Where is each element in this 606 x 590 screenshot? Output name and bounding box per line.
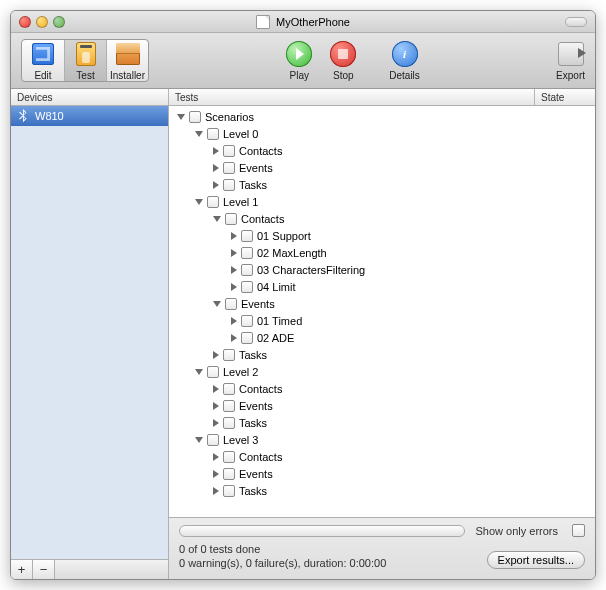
test-checkbox[interactable] xyxy=(207,434,219,446)
disclosure-triangle-icon[interactable] xyxy=(213,351,219,359)
test-checkbox[interactable] xyxy=(225,213,237,225)
tree-row[interactable]: Contacts xyxy=(173,448,591,465)
test-checkbox[interactable] xyxy=(241,281,253,293)
disclosure-triangle-icon[interactable] xyxy=(213,385,219,393)
tree-row[interactable]: Level 0 xyxy=(173,125,591,142)
edit-button[interactable]: Edit xyxy=(22,40,64,81)
state-column-header[interactable]: State xyxy=(535,89,595,105)
tree-row[interactable]: Tasks xyxy=(173,176,591,193)
test-checkbox[interactable] xyxy=(241,315,253,327)
test-checkbox[interactable] xyxy=(241,230,253,242)
device-name: W810 xyxy=(35,110,64,122)
test-checkbox[interactable] xyxy=(223,162,235,174)
app-window: MyOtherPhone Edit Test Installer Play xyxy=(10,10,596,580)
tree-row[interactable]: 02 MaxLength xyxy=(173,244,591,261)
title-bar: MyOtherPhone xyxy=(11,11,595,33)
test-checkbox[interactable] xyxy=(241,332,253,344)
show-only-errors-checkbox[interactable] xyxy=(572,524,585,537)
export-button[interactable]: Export xyxy=(556,40,585,81)
disclosure-triangle-icon[interactable] xyxy=(195,131,203,137)
window-title: MyOtherPhone xyxy=(276,16,350,28)
remove-device-button[interactable]: − xyxy=(33,560,55,579)
tree-row[interactable]: Level 3 xyxy=(173,431,591,448)
test-checkbox[interactable] xyxy=(223,179,235,191)
add-device-button[interactable]: + xyxy=(11,560,33,579)
test-checkbox[interactable] xyxy=(241,264,253,276)
disclosure-triangle-icon[interactable] xyxy=(213,164,219,172)
disclosure-triangle-icon[interactable] xyxy=(213,419,219,427)
device-row[interactable]: W810 xyxy=(11,106,168,126)
tree-row[interactable]: Level 1 xyxy=(173,193,591,210)
installer-button[interactable]: Installer xyxy=(106,40,148,81)
export-icon xyxy=(558,42,584,66)
tree-row[interactable]: Contacts xyxy=(173,142,591,159)
disclosure-triangle-icon[interactable] xyxy=(231,266,237,274)
disclosure-triangle-icon[interactable] xyxy=(195,199,203,205)
disclosure-triangle-icon[interactable] xyxy=(213,301,221,307)
disclosure-triangle-icon[interactable] xyxy=(195,369,203,375)
test-checkbox[interactable] xyxy=(223,451,235,463)
test-checkbox[interactable] xyxy=(207,128,219,140)
tree-row[interactable]: Events xyxy=(173,159,591,176)
test-checkbox[interactable] xyxy=(223,383,235,395)
test-checkbox[interactable] xyxy=(223,145,235,157)
export-results-button[interactable]: Export results... xyxy=(487,551,585,569)
close-button[interactable] xyxy=(19,16,31,28)
tests-tree[interactable]: ScenariosLevel 0ContactsEventsTasksLevel… xyxy=(169,106,595,517)
tree-label: 02 MaxLength xyxy=(257,247,327,259)
test-checkbox[interactable] xyxy=(241,247,253,259)
tree-row[interactable]: 02 ADE xyxy=(173,329,591,346)
test-button[interactable]: Test xyxy=(64,40,106,81)
tests-column-header[interactable]: Tests xyxy=(169,89,535,105)
tree-row[interactable]: 01 Timed xyxy=(173,312,591,329)
tree-row[interactable]: Tasks xyxy=(173,414,591,431)
main-pane: ScenariosLevel 0ContactsEventsTasksLevel… xyxy=(169,106,595,579)
tree-row[interactable]: 03 CharactersFiltering xyxy=(173,261,591,278)
zoom-button[interactable] xyxy=(53,16,65,28)
disclosure-triangle-icon[interactable] xyxy=(231,334,237,342)
tree-label: 03 CharactersFiltering xyxy=(257,264,365,276)
test-checkbox[interactable] xyxy=(189,111,201,123)
test-checkbox[interactable] xyxy=(223,349,235,361)
tree-row[interactable]: 01 Support xyxy=(173,227,591,244)
tree-row[interactable]: Tasks xyxy=(173,346,591,363)
disclosure-triangle-icon[interactable] xyxy=(213,216,221,222)
disclosure-triangle-icon[interactable] xyxy=(213,487,219,495)
test-checkbox[interactable] xyxy=(223,417,235,429)
bluetooth-icon xyxy=(17,109,29,123)
disclosure-triangle-icon[interactable] xyxy=(231,232,237,240)
disclosure-triangle-icon[interactable] xyxy=(231,317,237,325)
test-checkbox[interactable] xyxy=(207,196,219,208)
disclosure-triangle-icon[interactable] xyxy=(213,453,219,461)
tree-row[interactable]: 04 Limit xyxy=(173,278,591,295)
tree-row[interactable]: Level 2 xyxy=(173,363,591,380)
disclosure-triangle-icon[interactable] xyxy=(231,249,237,257)
tree-row[interactable]: Contacts xyxy=(173,210,591,227)
tree-row[interactable]: Scenarios xyxy=(173,108,591,125)
test-checkbox[interactable] xyxy=(223,468,235,480)
test-checkbox[interactable] xyxy=(207,366,219,378)
test-checkbox[interactable] xyxy=(223,485,235,497)
tree-row[interactable]: Events xyxy=(173,397,591,414)
tree-row[interactable]: Tasks xyxy=(173,482,591,499)
stop-button[interactable]: Stop xyxy=(329,40,357,81)
tree-row[interactable]: Events xyxy=(173,465,591,482)
test-checkbox[interactable] xyxy=(225,298,237,310)
disclosure-triangle-icon[interactable] xyxy=(231,283,237,291)
details-button[interactable]: i Details xyxy=(389,40,420,81)
tree-row[interactable]: Events xyxy=(173,295,591,312)
test-checkbox[interactable] xyxy=(223,400,235,412)
disclosure-triangle-icon[interactable] xyxy=(177,114,185,120)
disclosure-triangle-icon[interactable] xyxy=(213,402,219,410)
minimize-button[interactable] xyxy=(36,16,48,28)
disclosure-triangle-icon[interactable] xyxy=(195,437,203,443)
disclosure-triangle-icon[interactable] xyxy=(213,147,219,155)
toolbar-toggle-button[interactable] xyxy=(565,17,587,27)
disclosure-triangle-icon[interactable] xyxy=(213,470,219,478)
disclosure-triangle-icon[interactable] xyxy=(213,181,219,189)
tree-row[interactable]: Contacts xyxy=(173,380,591,397)
devices-column-header[interactable]: Devices xyxy=(11,89,169,105)
column-headers: Devices Tests State xyxy=(11,89,595,106)
play-button[interactable]: Play xyxy=(285,40,313,81)
tree-label: Tasks xyxy=(239,349,267,361)
